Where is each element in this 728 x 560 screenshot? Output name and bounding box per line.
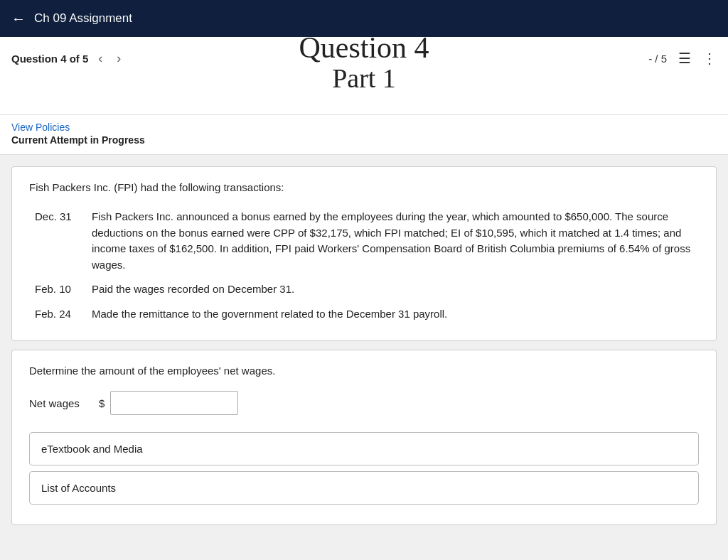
prev-arrow[interactable]: ‹	[94, 48, 107, 69]
question-text: Determine the amount of the employees' n…	[29, 365, 699, 377]
net-wages-label: Net wages	[29, 397, 93, 409]
question-card: Determine the amount of the employees' n…	[11, 350, 717, 525]
transaction-date: Feb. 24	[29, 302, 86, 327]
more-icon[interactable]: ⋮	[702, 50, 717, 67]
list-icon[interactable]: ☰	[678, 50, 691, 67]
table-row: Feb. 10 Paid the wages recorded on Decem…	[29, 277, 699, 302]
net-wages-row: Net wages $	[29, 391, 699, 415]
current-attempt-text: Current Attempt in Progress	[11, 134, 717, 146]
list-of-accounts-button[interactable]: List of Accounts	[29, 471, 699, 505]
etextbook-button[interactable]: eTextbook and Media	[29, 432, 699, 465]
transaction-description: Paid the wages recorded on December 31.	[86, 277, 699, 302]
next-arrow[interactable]: ›	[112, 48, 125, 69]
table-row: Dec. 31 Fish Packers Inc. announced a bo…	[29, 205, 699, 277]
question-counter: Question 4 of 5	[11, 53, 88, 65]
main-content: Fish Packers Inc. (FPI) had the followin…	[0, 155, 728, 537]
scenario-intro: Fish Packers Inc. (FPI) had the followin…	[29, 181, 699, 193]
back-icon[interactable]: ←	[11, 11, 26, 27]
sub-header: View Policies Current Attempt in Progres…	[0, 115, 728, 155]
transaction-date: Dec. 31	[29, 205, 86, 277]
question-nav-wrapper: Question 4 of 5 ‹ › - / 5 ☰ ⋮ Question 4…	[0, 37, 728, 115]
question-nav-top: Question 4 of 5 ‹ › - / 5 ☰ ⋮	[0, 37, 728, 80]
transaction-date: Feb. 10	[29, 277, 86, 302]
nav-right: - / 5 ☰ ⋮	[648, 50, 717, 67]
transaction-description: Fish Packers Inc. announced a bonus earn…	[86, 205, 699, 277]
top-bar-title: Ch 09 Assignment	[34, 11, 132, 26]
transactions-table: Dec. 31 Fish Packers Inc. announced a bo…	[29, 205, 699, 326]
view-policies-link[interactable]: View Policies	[11, 122, 70, 133]
score-text: - / 5	[648, 53, 667, 65]
transaction-description: Made the remittance to the government re…	[86, 302, 699, 327]
net-wages-input[interactable]	[110, 391, 238, 415]
table-row: Feb. 24 Made the remittance to the gover…	[29, 302, 699, 327]
dollar-sign: $	[99, 397, 105, 409]
scenario-card: Fish Packers Inc. (FPI) had the followin…	[11, 166, 717, 341]
top-bar: ← Ch 09 Assignment	[0, 0, 728, 37]
